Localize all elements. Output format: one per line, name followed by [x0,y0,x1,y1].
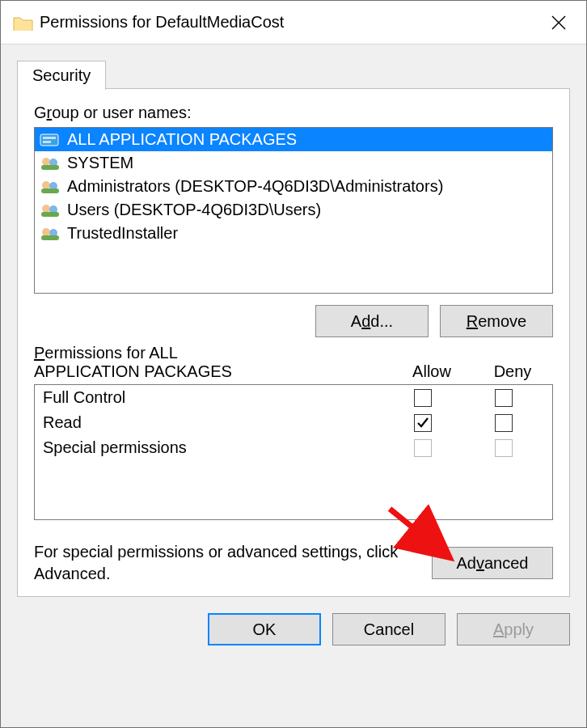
add-button[interactable]: Add... [315,305,429,337]
cancel-button[interactable]: Cancel [332,613,446,645]
groups-label: Group or user names: [34,104,553,122]
group-item[interactable]: Users (DESKTOP-4Q6DI3D\Users) [35,198,552,222]
checkbox[interactable] [495,414,513,432]
permissions-dialog: Permissions for DefaultMediaCost Securit… [0,0,587,728]
group-icon [40,202,61,218]
group-icon [40,226,61,242]
security-panel: Group or user names: ALL APPLICATION PAC… [17,88,570,597]
titlebar: Permissions for DefaultMediaCost [1,1,586,44]
ok-button[interactable]: OK [208,613,321,645]
permission-name: Full Control [43,388,382,407]
advanced-hint: For special permissions or advanced sett… [34,541,419,585]
tab-security[interactable]: Security [17,61,106,90]
checkbox[interactable] [495,389,513,407]
package-icon [40,132,61,148]
group-icon [40,155,61,171]
group-item-label: Administrators (DESKTOP-4Q6DI3D\Administ… [67,177,443,196]
close-button[interactable] [534,1,583,44]
svg-point-14 [42,228,50,236]
svg-point-11 [42,205,50,213]
checkbox [414,439,432,457]
permission-row: Read [35,410,552,435]
svg-rect-2 [40,134,58,146]
group-item-label: TrustedInstaller [67,224,178,243]
svg-point-5 [42,158,50,166]
permissions-header: Permissions for ALL APPLICATION PACKAGES… [34,344,553,381]
permissions-for-label: Permissions for ALL APPLICATION PACKAGES [34,344,391,381]
svg-rect-4 [43,141,51,143]
remove-button[interactable]: Remove [440,305,553,337]
svg-rect-3 [43,137,56,139]
group-item[interactable]: ALL APPLICATION PACKAGES [35,128,552,151]
group-item-label: SYSTEM [67,154,133,172]
group-icon [40,179,61,195]
col-allow: Allow [391,362,472,381]
svg-point-8 [42,181,50,189]
svg-rect-13 [41,212,59,217]
group-item[interactable]: SYSTEM [35,151,552,175]
permission-name: Read [43,413,382,432]
advanced-button[interactable]: Advanced [432,547,553,579]
svg-rect-10 [41,188,59,193]
permission-row: Full Control [35,385,552,410]
svg-rect-7 [41,165,59,170]
col-deny: Deny [472,362,553,381]
checkbox[interactable] [414,414,432,432]
group-item-label: ALL APPLICATION PACKAGES [67,130,297,149]
tabstrip: Security [1,44,586,88]
permissions-grid: Full ControlReadSpecial permissions [34,384,553,520]
folder-icon [12,15,33,31]
group-item[interactable]: Administrators (DESKTOP-4Q6DI3D\Administ… [35,175,552,198]
dialog-buttons: OK Cancel Apply [1,597,586,663]
svg-rect-16 [41,235,59,240]
checkbox[interactable] [414,389,432,407]
groups-listbox[interactable]: ALL APPLICATION PACKAGESSYSTEMAdministra… [34,127,553,294]
window-title: Permissions for DefaultMediaCost [40,13,534,32]
group-item[interactable]: TrustedInstaller [35,222,552,245]
group-item-label: Users (DESKTOP-4Q6DI3D\Users) [67,201,321,219]
permission-row: Special permissions [35,435,552,460]
permission-name: Special permissions [43,438,382,457]
close-icon [551,15,566,30]
apply-button: Apply [457,613,570,645]
checkbox [495,439,513,457]
